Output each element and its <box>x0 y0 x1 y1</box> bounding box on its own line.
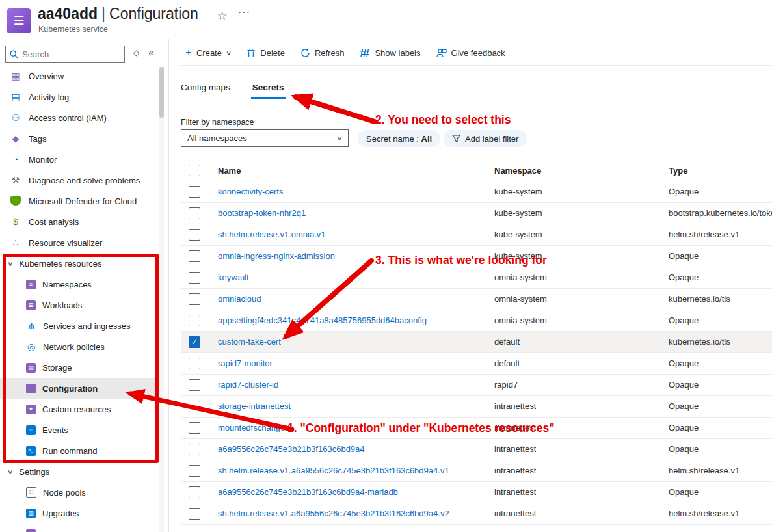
select-all-checkbox[interactable] <box>189 165 200 176</box>
table-row[interactable]: bootstrap-token-nhr2q1kube-systembootstr… <box>181 203 772 224</box>
sidebar-item-storage[interactable]: ▤Storage <box>0 357 160 378</box>
search-input[interactable] <box>22 49 107 59</box>
row-checkbox[interactable] <box>189 444 200 455</box>
table-row[interactable]: rapid7-monitordefaultOpaque <box>181 353 772 375</box>
secret-name-link[interactable]: a6a9556c26c745e3b21b3f163c6bd9a4-mariadb <box>218 487 398 497</box>
row-checkbox[interactable] <box>189 358 200 369</box>
sidebar-item-events[interactable]: ≡Events <box>0 419 160 440</box>
sidebar-item-node-pools[interactable]: ∷Node pools <box>0 482 160 503</box>
sidebar-item-overview[interactable]: ▦Overview <box>0 66 160 86</box>
collapse-sidebar-icon[interactable]: « <box>148 47 153 58</box>
row-checkbox[interactable] <box>189 465 200 477</box>
row-checkbox[interactable] <box>189 186 200 198</box>
refresh-button[interactable]: Refresh <box>300 48 345 58</box>
table-row[interactable]: ✓custom-fake-certdefaultkubernetes.io/tl… <box>181 332 772 353</box>
row-checkbox[interactable] <box>189 422 200 434</box>
row-checkbox[interactable] <box>189 486 200 498</box>
sidebar-item-namespaces[interactable]: ≡Namespaces <box>0 274 160 295</box>
secret-name-link[interactable]: omniacloud <box>218 294 261 304</box>
sidebar-sort-icon[interactable]: ◇ <box>133 48 139 57</box>
row-checkbox[interactable] <box>189 293 200 305</box>
command-bar: + Create ∨ Delete Refresh Show labels Gi… <box>185 44 505 61</box>
row-checkbox[interactable] <box>189 379 200 391</box>
secret-name-link[interactable]: keyvault <box>218 273 249 282</box>
secret-name-link[interactable]: sh.helm.release.v1.a6a9556c26c745e3b21b3… <box>218 466 449 475</box>
table-row[interactable]: sh.helm.release.v1.a6a9556c26c745e3b21b3… <box>181 503 772 525</box>
secret-name-link[interactable]: rapid7-cluster-id <box>218 380 278 390</box>
tab-secrets[interactable]: Secrets <box>252 83 284 99</box>
sidebar-item-configuration[interactable]: ☰Configuration <box>0 378 160 399</box>
table-row[interactable]: mountedfschangedintranettestOpaque <box>181 418 772 439</box>
namespace-cell: rapid7 <box>494 380 518 390</box>
secret-name-link[interactable]: custom-fake-cert <box>218 337 281 347</box>
sidebar-item-access-control-iam[interactable]: ⚇Access control (IAM) <box>0 107 160 128</box>
secret-name-filter-pill[interactable]: Secret name : All <box>358 130 440 147</box>
show-labels-button[interactable]: Show labels <box>360 48 420 58</box>
sidebar-item-item[interactable] <box>0 524 160 532</box>
add-label-filter-pill[interactable]: Add label filter <box>444 130 527 147</box>
type-cell: Opaque <box>669 444 772 454</box>
secret-name-link[interactable]: sh.helm.release.v1.a6a9556c26c745e3b21b3… <box>218 509 449 518</box>
give-feedback-button[interactable]: Give feedback <box>436 48 505 58</box>
secret-name-link[interactable]: konnectivity-certs <box>218 187 283 196</box>
sidebar-item-cost-analysis[interactable]: $Cost analysis <box>0 211 160 232</box>
row-checkbox[interactable] <box>189 508 200 520</box>
sidebar-item-run-command[interactable]: >_Run command <box>0 440 160 461</box>
column-header-namespace[interactable]: Namespace <box>494 166 541 176</box>
table-row[interactable]: konnectivity-certskube-systemOpaque <box>181 181 772 203</box>
sidebar-item-custom-resources[interactable]: ✦Custom resources <box>0 399 160 419</box>
annotation-note-2: 2. You need to select this <box>375 113 511 127</box>
sidebar-item-workloads[interactable]: ⊞Workloads <box>0 295 160 315</box>
table-row[interactable]: sh.helm.release.v1.a6a9556c26c745e3b21b3… <box>181 460 772 482</box>
sidebar-item-network-policies[interactable]: ◎Network policies <box>0 336 160 357</box>
sidebar-section-kubernetes-resources[interactable]: ∨Kubernetes resources <box>0 253 160 274</box>
table-row[interactable]: sh.helm.release.v1.omnia.v1kube-systemhe… <box>181 224 772 246</box>
delete-button[interactable]: Delete <box>246 48 285 58</box>
sidebar-item-services-and-ingresses[interactable]: ⋔Services and ingresses <box>0 315 160 336</box>
create-button[interactable]: + Create ∨ <box>185 46 231 59</box>
sidebar-item-activity-log[interactable]: ▤Activity log <box>0 86 160 107</box>
sidebar-item-monitor[interactable]: ◔Monitor <box>0 149 160 170</box>
sidebar-item-diagnose-and-solve-problems[interactable]: ⚒Diagnose and solve problems <box>0 170 160 191</box>
row-checkbox[interactable] <box>189 250 200 262</box>
table-row[interactable]: omniacloudomnia-systemkubernetes.io/tls <box>181 289 772 310</box>
secret-name-link[interactable]: rapid7-monitor <box>218 358 273 368</box>
table-row[interactable]: a6a9556c26c745e3b21b3f163c6bd9a4-mariadb… <box>181 482 772 503</box>
sidebar-scrollbar-thumb[interactable] <box>159 67 164 118</box>
table-row[interactable]: storage-intranettestintranettestOpaque <box>181 396 772 418</box>
more-options-icon[interactable]: ··· <box>238 7 250 18</box>
secret-name-link[interactable]: storage-intranettest <box>218 401 291 411</box>
secret-name-link[interactable]: sh.helm.release.v1.omnia.v1 <box>218 230 325 239</box>
sidebar-section-label: Settings <box>19 467 49 477</box>
table-row[interactable]: omnia-ingress-nginx-admissionkube-system… <box>181 246 772 267</box>
sidebar-section-settings[interactable]: ∨Settings <box>0 461 160 482</box>
sidebar-scrollbar-track[interactable] <box>159 66 164 532</box>
sidebar-item-tags[interactable]: ◆Tags <box>0 128 160 149</box>
row-checkbox[interactable] <box>189 229 200 241</box>
favorite-star-icon[interactable]: ☆ <box>217 9 227 23</box>
sidebar-item-resource-visualizer[interactable]: ∴Resource visualizer <box>0 232 160 253</box>
table-row[interactable]: rapid7-cluster-idrapid7Opaque <box>181 375 772 396</box>
table-row[interactable]: keyvaultomnia-systemOpaque <box>181 267 772 289</box>
secret-name-link[interactable]: mountedfschanged <box>218 423 290 432</box>
sidebar-item-microsoft-defender-for-cloud[interactable]: Microsoft Defender for Cloud <box>0 191 160 211</box>
sidebar-item-upgrades[interactable]: ▥Upgrades <box>0 503 160 524</box>
node-pools-icon: ∷ <box>26 487 36 498</box>
table-row[interactable]: appsettingf4edc341c4d741a8a485756955dd64… <box>181 310 772 332</box>
row-checkbox[interactable]: ✓ <box>189 336 200 348</box>
namespace-dropdown[interactable]: All namespaces ∨ <box>181 129 349 147</box>
row-checkbox[interactable] <box>189 272 200 284</box>
secret-name-link[interactable]: bootstrap-token-nhr2q1 <box>218 208 306 218</box>
row-checkbox[interactable] <box>189 401 200 412</box>
sidebar-search[interactable] <box>5 46 125 63</box>
secret-name-link[interactable]: omnia-ingress-nginx-admission <box>218 251 335 261</box>
column-header-name[interactable]: Name <box>218 166 241 176</box>
row-checkbox[interactable] <box>189 315 200 326</box>
column-header-type[interactable]: Type <box>669 166 687 176</box>
tab-config-maps[interactable]: Config maps <box>181 83 230 99</box>
secret-name-link[interactable]: appsettingf4edc341c4d741a8a485756955dd64… <box>218 315 427 325</box>
secret-name-link[interactable]: a6a9556c26c745e3b21b3f163c6bd9a4 <box>218 444 365 454</box>
row-checkbox[interactable] <box>189 207 200 219</box>
table-row[interactable]: a6a9556c26c745e3b21b3f163c6bd9a4intranet… <box>181 439 772 460</box>
namespace-cell: kube-system <box>494 208 542 218</box>
